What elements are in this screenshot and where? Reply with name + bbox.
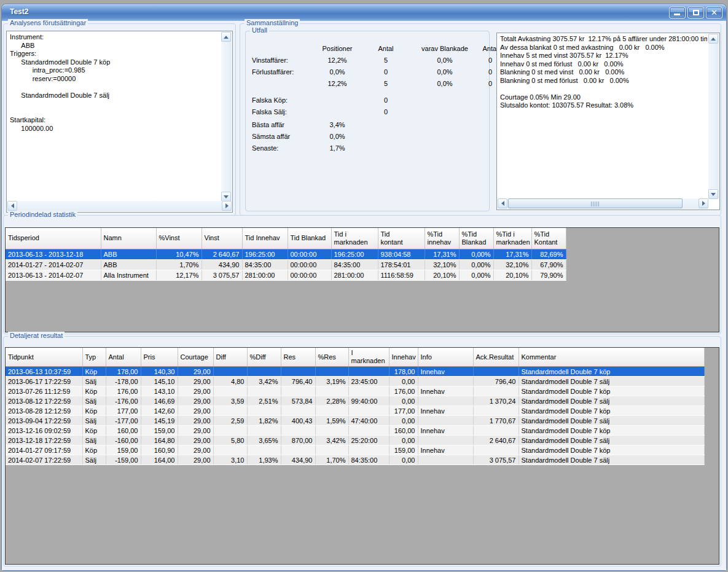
- report-hscrollbar[interactable]: [498, 198, 708, 209]
- table-cell: 196:25:00: [242, 249, 288, 259]
- scroll-down-icon[interactable]: [221, 192, 231, 202]
- column-header[interactable]: Namn: [101, 228, 156, 249]
- table-cell: 84:35:00: [242, 259, 288, 270]
- column-header[interactable]: %Res: [315, 348, 348, 367]
- group-analysis-label: Analysens förutsättningar: [8, 19, 88, 26]
- utfall-value: 12,2%: [313, 57, 361, 64]
- table-cell: 17,31%: [425, 249, 459, 259]
- scroll-down-icon[interactable]: [708, 189, 718, 199]
- column-header[interactable]: %Tid Kontant: [531, 228, 566, 249]
- utfall-header-row: PositionerAntalvarav BlankadeAntal: [252, 42, 501, 54]
- analysis-text-panel[interactable]: Instrument: ABB Triggers: Standardmodell…: [6, 31, 233, 213]
- column-header[interactable]: Tid kontant: [378, 228, 425, 249]
- column-header[interactable]: Diff: [213, 348, 247, 367]
- column-header[interactable]: Vinst: [202, 228, 242, 249]
- scroll-right-icon[interactable]: [699, 198, 708, 208]
- scroll-left-icon[interactable]: [7, 201, 17, 211]
- scroll-right-icon[interactable]: [222, 201, 232, 211]
- column-header[interactable]: Kommentar: [519, 348, 704, 367]
- analysis-hscrollbar[interactable]: [7, 201, 232, 211]
- table-cell: 2013-09-04 17:22:59: [6, 416, 82, 426]
- column-header[interactable]: %Tid innehav: [425, 228, 459, 249]
- column-header[interactable]: Tid Innehav: [242, 228, 288, 249]
- table-row[interactable]: 2013-06-17 17:22:59Sälj-178,00145,1029,0…: [6, 377, 704, 386]
- column-header[interactable]: Info: [418, 348, 473, 367]
- table-cell: 176,00: [389, 386, 418, 396]
- table-cell: Innehav: [418, 426, 473, 436]
- table-cell: [315, 445, 348, 455]
- utfall-value: 12,2%: [313, 80, 361, 87]
- column-header[interactable]: Typ: [82, 348, 106, 367]
- table-cell: 1 770,67: [473, 416, 519, 426]
- table-cell: 0,00%: [459, 249, 493, 259]
- table-row[interactable]: 2014-01-27 09:17:59Köp159,00160,9029,001…: [6, 445, 704, 455]
- window-controls: ✕: [669, 7, 722, 18]
- column-header[interactable]: I marknaden: [348, 348, 389, 367]
- column-header[interactable]: Tidsperiod: [6, 228, 101, 249]
- utfall-row: Sämsta affär0,0%: [252, 130, 501, 142]
- table-cell: 159,00: [141, 426, 178, 436]
- column-header[interactable]: %Tid i marknaden: [493, 228, 531, 249]
- table-cell: 2013-06-17 17:22:59: [6, 377, 82, 386]
- table-cell: 0,00: [389, 396, 418, 406]
- table-cell: [281, 426, 315, 436]
- column-header[interactable]: Res: [281, 348, 315, 367]
- title-bar[interactable]: Test2 ✕: [2, 4, 726, 21]
- table-cell: 00:00:00: [288, 270, 331, 280]
- column-header[interactable]: Innehav: [389, 348, 418, 367]
- group-summary: Sammanställning Utfall PositionerAntalva…: [240, 23, 721, 216]
- table-cell: 3,59: [213, 396, 247, 406]
- table-cell: [247, 445, 281, 455]
- table-cell: [348, 445, 389, 455]
- column-header[interactable]: Tidpunkt: [6, 348, 82, 367]
- table-cell: 3,19%: [315, 377, 348, 386]
- table-cell: 2013-12-16 09:02:59: [6, 426, 82, 436]
- table-cell: 1,82%: [247, 416, 281, 426]
- table-cell: [418, 416, 473, 426]
- table-cell: [315, 367, 348, 377]
- table-cell: 84:35:00: [348, 455, 389, 465]
- scroll-left-icon[interactable]: [498, 198, 507, 208]
- table-row[interactable]: 2013-06-13 - 2013-12-18ABB10,47%2 640,67…: [6, 249, 566, 259]
- table-cell: 1,59%: [315, 416, 348, 426]
- scroll-up-icon[interactable]: [221, 32, 231, 42]
- table-row[interactable]: 2014-01-27 - 2014-02-07ABB1,70%434,9084:…: [6, 259, 566, 270]
- table-row[interactable]: 2013-08-28 12:12:59Köp177,00142,6029,001…: [6, 406, 704, 416]
- table-cell: Köp: [82, 386, 106, 396]
- analysis-vscrollbar[interactable]: [221, 32, 232, 202]
- column-header[interactable]: Tid i marknaden: [331, 228, 378, 249]
- table-cell: 0,00%: [459, 259, 493, 270]
- column-header[interactable]: Ack.Resultat: [473, 348, 519, 367]
- table-cell: 17,31%: [493, 249, 531, 259]
- table-cell: 29,00: [178, 406, 213, 416]
- utfall-value: 0: [361, 68, 410, 76]
- table-row[interactable]: 2013-12-16 09:02:59Köp160,00159,0029,001…: [6, 426, 704, 436]
- table-row[interactable]: 2013-06-13 10:37:59Köp178,00140,3029,001…: [6, 367, 704, 377]
- report-vscrollbar[interactable]: [708, 34, 719, 199]
- table-row[interactable]: 2013-08-12 17:22:59Sälj-176,00146,6929,0…: [6, 396, 704, 406]
- close-button[interactable]: ✕: [706, 7, 722, 18]
- utfall-value: 5: [361, 57, 410, 64]
- table-row[interactable]: 2013-09-04 17:22:59Sälj-177,00145,1929,0…: [6, 416, 704, 426]
- column-header[interactable]: Pris: [141, 348, 178, 367]
- column-header[interactable]: Tid Blankad: [288, 228, 331, 249]
- table-row[interactable]: 2013-06-13 - 2014-02-07Alla Instrument12…: [6, 270, 566, 280]
- table-cell: Innehav: [418, 406, 473, 416]
- scroll-up-icon[interactable]: [708, 34, 718, 44]
- column-header[interactable]: %Diff: [247, 348, 281, 367]
- table-cell: Sälj: [82, 416, 106, 426]
- table-row[interactable]: 2013-07-26 11:12:59Köp176,00143,1029,001…: [6, 386, 704, 396]
- table-row[interactable]: 2014-02-07 17:22:59Sälj-159,00164,0029,0…: [6, 455, 704, 465]
- report-text-panel[interactable]: Totalt Avkastning 3075.57 kr 12.17% på 5…: [496, 33, 720, 210]
- table-cell: [247, 367, 281, 377]
- table-cell: 29,00: [178, 445, 213, 455]
- column-header[interactable]: %Vinst: [156, 228, 202, 249]
- column-header[interactable]: Antal: [106, 348, 141, 367]
- hscroll-thumb[interactable]: [508, 198, 683, 208]
- table-row[interactable]: 2013-12-18 17:22:59Sälj-160,00164,8029,0…: [6, 436, 704, 445]
- minimize-button[interactable]: [669, 7, 686, 18]
- maximize-button[interactable]: [687, 7, 704, 18]
- column-header[interactable]: Courtage: [178, 348, 213, 367]
- table-cell: Standardmodell Double 7 köp: [519, 386, 704, 396]
- column-header[interactable]: %Tid Blankad: [459, 228, 493, 249]
